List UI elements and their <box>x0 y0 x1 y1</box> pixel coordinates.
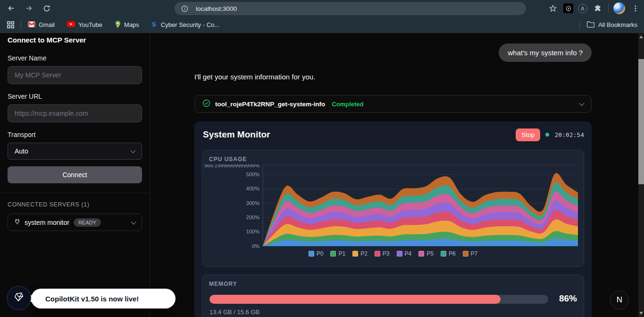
memory-detail: 13.4 GB / 15.6 GB <box>209 308 259 316</box>
legend-label: P2 <box>360 250 368 257</box>
scrollbar-thumb[interactable] <box>638 59 644 184</box>
notification-text: CopilotKit v1.50 is now live! <box>45 295 139 303</box>
transport-value: Auto <box>15 147 28 155</box>
legend-item-P0[interactable]: P0 <box>309 250 324 257</box>
bookmark-label: Maps <box>124 21 139 28</box>
server-card-system-monitor[interactable]: system monitor READY <box>8 214 142 231</box>
memory-label: MEMORY <box>209 281 237 287</box>
bookmarks-right-divider <box>579 21 580 29</box>
url-text: localhost:3000 <box>196 5 237 12</box>
plug-icon <box>14 218 20 227</box>
legend-item-P6[interactable]: P6 <box>441 250 456 257</box>
legend-swatch <box>463 251 468 257</box>
cpu-usage-card: CPU USAGE 0%100%200%300%400%500%565.1999… <box>202 150 584 267</box>
back-button[interactable] <box>4 2 18 15</box>
chevron-down-icon[interactable] <box>579 101 584 106</box>
server-name-label: Server Name <box>8 54 142 62</box>
memory-percent: 86% <box>559 293 577 304</box>
legend-item-P1[interactable]: P1 <box>330 250 345 257</box>
extensions-puzzle-icon[interactable] <box>592 3 603 14</box>
legend-swatch <box>375 251 380 257</box>
memory-bar-track <box>209 295 548 304</box>
legend-swatch <box>397 251 402 257</box>
y-axis-tick: 300% <box>246 200 259 206</box>
bookmark-label: Gmail <box>39 21 55 28</box>
copilotkit-notification[interactable]: CopilotKit v1.50 is now live! <box>31 289 176 308</box>
server-status-badge: READY <box>74 218 101 227</box>
memory-card: MEMORY 86% 13.4 GB / 15.6 GB <box>202 274 584 317</box>
scroll-down-arrow[interactable] <box>638 310 644 316</box>
bookmark-maps[interactable]: Maps <box>115 20 139 30</box>
bookmark-label: YouTube <box>78 21 102 28</box>
extension-camera-icon[interactable] <box>563 3 573 13</box>
transport-select[interactable]: Auto <box>8 143 142 160</box>
menu-kebab-icon[interactable] <box>630 3 641 14</box>
legend-item-P2[interactable]: P2 <box>352 250 368 257</box>
y-axis-tick: 565.19999999999999% <box>204 164 259 168</box>
bookmarks-divider <box>21 21 21 29</box>
legend-label: P6 <box>449 250 456 257</box>
bookmark-gmail[interactable]: Gmail <box>28 21 55 29</box>
extension-a-icon[interactable]: A <box>578 4 587 13</box>
legend-swatch <box>309 251 314 257</box>
folder-icon <box>586 21 594 29</box>
chevron-down-icon <box>130 148 135 153</box>
bookmarks-bar: GmailYouTubeMapsSCyber Security - Co... … <box>0 17 644 33</box>
cpu-usage-label: CPU USAGE <box>209 156 247 163</box>
mcp-sidebar: Connect to MCP Server Server Name Server… <box>0 33 150 317</box>
legend-swatch <box>441 251 446 257</box>
forward-button[interactable] <box>22 2 36 15</box>
connect-button[interactable]: Connect <box>8 166 142 183</box>
user-message-bubble: what's my system info ? <box>499 43 592 62</box>
legend-item-P5[interactable]: P5 <box>418 250 434 257</box>
legend-item-P3[interactable]: P3 <box>375 250 390 257</box>
stop-button[interactable]: Stop <box>516 129 540 141</box>
connected-servers-header: CONNECTED SERVERS (1) <box>8 201 142 208</box>
server-name: system monitor <box>25 219 69 226</box>
nextjs-badge[interactable]: N <box>610 291 629 309</box>
cpu-usage-chart: 0%100%200%300%400%500%565.19999999999999… <box>202 164 585 248</box>
server-url-input[interactable] <box>8 104 142 122</box>
gem-icon <box>13 291 25 305</box>
bookmark-youtube[interactable]: YouTube <box>67 21 102 28</box>
reload-button[interactable] <box>40 2 54 15</box>
page-content: Connect to MCP Server Server Name Server… <box>0 33 644 317</box>
chevron-down-icon[interactable] <box>131 219 136 224</box>
server-name-input[interactable] <box>8 66 142 84</box>
check-circle-icon <box>202 99 210 109</box>
y-axis-tick: 200% <box>246 214 259 220</box>
legend-swatch <box>418 251 424 257</box>
memory-bar-fill <box>209 295 501 304</box>
bookmark-label: Cyber Security - Co... <box>161 21 219 28</box>
legend-label: P0 <box>317 250 324 257</box>
all-bookmarks-button[interactable]: All Bookmarks <box>586 21 637 29</box>
legend-label: P5 <box>427 250 434 257</box>
url-bar[interactable]: localhost:3000 <box>175 2 526 15</box>
bookmark-cyber-security-co[interactable]: SCyber Security - Co... <box>151 21 219 29</box>
legend-label: P3 <box>383 250 390 257</box>
bookmark-star-icon[interactable] <box>547 3 559 14</box>
legend-item-P7[interactable]: P7 <box>463 250 478 257</box>
sidebar-divider <box>0 193 150 193</box>
scroll-up-arrow[interactable] <box>638 34 644 40</box>
assistant-message: I'll get your system information for you… <box>194 73 315 81</box>
system-monitor-panel: System Monitor Stop 20:02:54 CPU USAGE 0… <box>194 121 592 317</box>
copilotkit-fab-button[interactable] <box>7 286 31 310</box>
monitor-title: System Monitor <box>203 129 270 140</box>
server-url-label: Server URL <box>8 93 142 100</box>
profile-avatar[interactable] <box>613 2 625 14</box>
all-bookmarks-label: All Bookmarks <box>598 21 637 28</box>
site-info-icon[interactable] <box>181 5 188 12</box>
shield-s-icon: S <box>151 21 158 29</box>
svg-text:S: S <box>152 21 156 28</box>
tool-call-row[interactable]: tool_rojeP4Tk2RNP_get-system-info Comple… <box>194 95 592 113</box>
legend-label: P7 <box>471 250 478 257</box>
transport-label: Transport <box>8 131 142 138</box>
legend-item-P4[interactable]: P4 <box>397 250 412 257</box>
gmail-icon <box>28 21 35 29</box>
apps-grid-icon[interactable] <box>5 19 16 31</box>
browser-toolbar: localhost:3000 A <box>0 0 644 17</box>
sidebar-title: Connect to MCP Server <box>8 36 142 44</box>
legend-swatch <box>352 251 358 257</box>
legend-swatch <box>330 251 336 257</box>
